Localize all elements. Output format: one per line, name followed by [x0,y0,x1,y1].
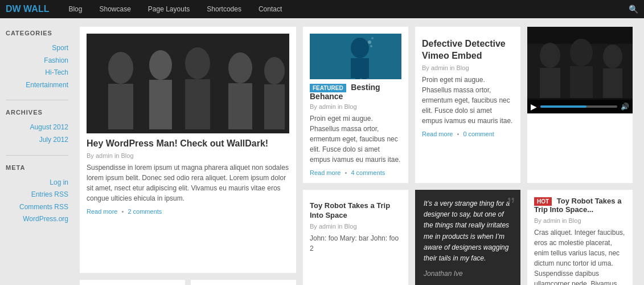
categories-list: Sport Fashion Hi-Tech Entertainment [6,42,68,91]
svg-point-9 [264,57,285,84]
nav-contact[interactable]: Contact [251,2,290,17]
video-progress-bar[interactable] [540,105,617,108]
logo: DW WALL [6,4,49,14]
link-item-card: 🔗 Suspendisse nisi turpis, imperdiat at [80,280,185,285]
categories-title: CATEGORIES [6,30,68,36]
video-thumbnail: ▶ 🔊 [527,27,633,113]
video-card: ▶ 🔊 [527,27,633,183]
hot-post-card: HOT Toy Robot Takes a Trip Into Space...… [527,190,633,285]
main-post-title: Hey WordPress Man! Check out WallDark! [87,138,289,150]
sidebar-divider-1 [6,100,68,100]
svg-rect-13 [351,58,369,78]
logo-wall: WALL [21,4,50,14]
play-button[interactable]: ▶ [531,102,537,111]
featured-post-card: FEATURED Besting Behance By admin in Blo… [303,27,408,183]
sidebar-login[interactable]: Log in [6,177,68,189]
hot-badge: HOT [534,197,552,206]
video-controls: ▶ 🔊 [527,100,633,113]
svg-point-12 [351,38,369,58]
featured-post-image [310,34,401,79]
robot-trip-meta: By admin in Blog [310,223,401,230]
main-post-card: Hey WordPress Man! Check out WallDark! B… [80,27,296,273]
sidebar-archive-jul[interactable]: July 2012 [6,134,68,146]
featured-badge: FEATURED [310,84,346,92]
hot-post-text: Cras aliquet. Integer faucibus, eros ac … [534,227,626,285]
defective-links: Read more • 0 comment [422,131,514,137]
main-post-comments[interactable]: 2 comments [128,208,162,215]
sidebar-item-hitech[interactable]: Hi-Tech [6,67,68,79]
main-post-image [87,34,289,133]
sidebar-comments-rss[interactable]: Comments RSS [6,201,68,214]
featured-read-more[interactable]: Read more [310,169,341,176]
defective-card: Defective Detective Vimeo Embed By admin… [415,27,520,183]
page-wrapper: CATEGORIES Sport Fashion Hi-Tech Enterta… [0,18,644,285]
meta-title: META [6,164,68,171]
quote-mark: ” [507,194,515,217]
nav-blog[interactable]: Blog [60,2,90,17]
defective-meta: By admin in Blog [422,64,514,71]
svg-point-1 [108,52,133,84]
sidebar-item-fashion[interactable]: Fashion [6,55,68,67]
defective-read-more[interactable]: Read more [422,131,453,137]
robot-trip-title: Toy Robot Takes a Trip Into Space [310,201,401,221]
svg-rect-6 [185,79,210,129]
svg-point-16 [368,40,371,44]
robot-trip-card: Toy Robot Takes a Trip Into Space By adm… [303,190,408,285]
hot-post-meta: By admin in Blog [534,217,626,224]
quote-card: ” It’s a very strange thing for a design… [415,190,520,285]
nav-shortcodes[interactable]: Shortcodes [199,2,249,17]
volume-icon[interactable]: 🔊 [621,103,629,111]
defective-separator: • [457,131,461,137]
svg-point-25 [603,44,622,68]
sidebar-item-entertainment[interactable]: Entertainment [6,79,68,92]
svg-rect-8 [228,83,252,129]
main-post-read-more[interactable]: Read more [87,208,117,215]
featured-post-text: Proin eget mi augue. Phasellus massa ort… [310,113,401,165]
creative-networking-card: A Guide to Creative Networking [191,280,296,285]
featured-post-links: Read more • 4 comments [310,169,401,176]
svg-point-23 [570,39,593,66]
svg-point-21 [540,43,560,68]
video-progress-fill [540,105,586,108]
nav-showcase[interactable]: Showcase [91,2,138,17]
sidebar: CATEGORIES Sport Fashion Hi-Tech Enterta… [0,18,74,285]
main-post-separator: • [121,208,124,215]
sidebar-wordpress[interactable]: WordPress.org [6,213,68,226]
defective-text: Proin eget mi augue. Phasellus massa ort… [422,75,514,126]
svg-point-5 [185,47,210,79]
main-post-links: Read more • 2 comments [87,208,289,215]
svg-rect-22 [540,68,560,98]
featured-separator: • [344,169,348,176]
featured-comments[interactable]: 4 comments [351,169,385,176]
svg-rect-14 [355,78,360,79]
svg-rect-2 [108,84,133,129]
header: DW WALL Blog Showcase Page Layouts Short… [0,0,644,18]
svg-point-7 [228,52,252,83]
hot-badge-row: HOT Toy Robot Takes a Trip Into Space... [534,197,626,214]
main-content: Hey WordPress Man! Check out WallDark! B… [74,18,644,285]
sidebar-divider-2 [6,155,68,156]
svg-rect-4 [149,80,172,129]
main-post-meta: By admin in Blog [87,152,289,159]
nav-page-layouts[interactable]: Page Layouts [140,2,198,17]
meta-list: Log in Entries RSS Comments RSS WordPres… [6,177,68,226]
defective-comments[interactable]: 0 comment [463,131,494,137]
svg-point-17 [371,37,374,39]
svg-rect-10 [264,84,285,129]
logo-dw: DW [6,4,21,14]
svg-rect-24 [570,66,593,98]
svg-rect-26 [603,68,622,98]
featured-badge-row: FEATURED Besting Behance [310,83,401,101]
main-post-text: Suspendisse in lorem ipsum ut magna phar… [87,162,289,203]
sidebar-entries-rss[interactable]: Entries RSS [6,189,68,201]
archives-title: ARCHIVES [6,109,68,116]
quote-author: Jonathan Ive [424,270,512,278]
search-icon[interactable]: 🔍 [629,5,638,14]
bottom-row-col1: 🔗 Suspendisse nisi turpis, imperdiat at … [80,280,296,285]
svg-point-3 [149,50,172,80]
sidebar-item-sport[interactable]: Sport [6,42,68,55]
archives-list: August 2012 July 2012 [6,121,68,146]
main-nav: Blog Showcase Page Layouts Shortcodes Co… [60,2,290,17]
robot-trip-text: John: foo Mary: bar John: foo 2 [310,233,401,254]
sidebar-archive-aug[interactable]: August 2012 [6,121,68,134]
